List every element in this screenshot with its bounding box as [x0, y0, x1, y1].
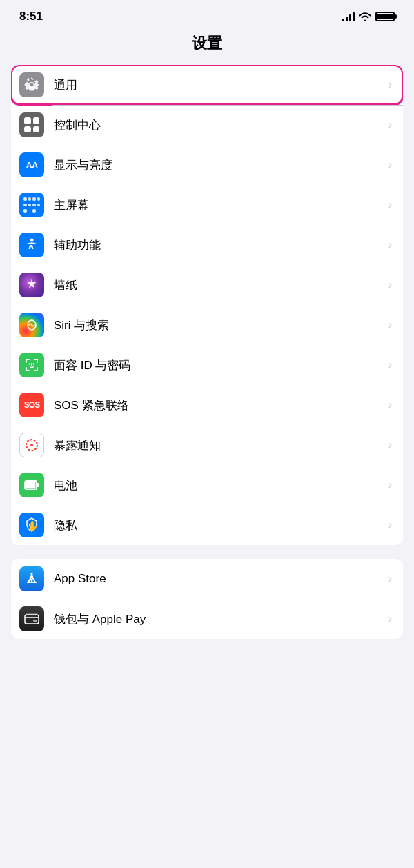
homescreen-icon	[19, 193, 44, 217]
battery-chevron: ›	[388, 479, 392, 491]
accessibility-chevron: ›	[388, 239, 392, 251]
status-icons	[342, 12, 395, 21]
wallet-chevron: ›	[388, 613, 392, 625]
settings-item-exposure[interactable]: 暴露通知 ›	[11, 425, 403, 465]
general-chevron: ›	[388, 79, 392, 91]
control-label: 控制中心	[54, 117, 388, 133]
homescreen-chevron: ›	[388, 199, 392, 211]
sos-icon: SOS	[19, 393, 44, 417]
wallet-icon	[19, 606, 44, 631]
wallet-label: 钱包与 Apple Pay	[54, 611, 388, 627]
appstore-label: App Store	[54, 572, 388, 586]
svg-rect-5	[37, 483, 39, 487]
settings-item-display[interactable]: AA 显示与亮度 ›	[11, 145, 403, 185]
page-title: 设置	[0, 28, 414, 65]
settings-item-homescreen[interactable]: 主屏幕 ›	[11, 185, 403, 225]
control-chevron: ›	[388, 119, 392, 131]
signal-icon	[342, 12, 355, 21]
settings-item-general[interactable]: 通用 ›	[11, 65, 403, 105]
svg-text:✋: ✋	[27, 520, 39, 532]
svg-rect-10	[33, 620, 37, 622]
settings-item-privacy[interactable]: ✋ 隐私 ›	[11, 505, 403, 545]
faceid-label: 面容 ID 与密码	[54, 357, 388, 373]
wallpaper-label: 墙纸	[54, 277, 388, 293]
settings-item-battery[interactable]: 电池 ›	[11, 465, 403, 505]
svg-rect-6	[26, 482, 36, 489]
display-chevron: ›	[388, 159, 392, 171]
homescreen-label: 主屏幕	[54, 197, 388, 213]
svg-point-0	[30, 239, 34, 242]
exposure-label: 暴露通知	[54, 437, 388, 453]
status-time: 8:51	[19, 10, 43, 23]
settings-item-accessibility[interactable]: 辅助功能 ›	[11, 225, 403, 265]
sos-label: SOS 紧急联络	[54, 397, 388, 413]
svg-point-8	[31, 573, 33, 575]
display-icon: AA	[19, 152, 44, 177]
settings-item-faceid[interactable]: 面容 ID 与密码 ›	[11, 345, 403, 385]
wallpaper-chevron: ›	[388, 279, 392, 291]
svg-point-3	[30, 444, 33, 446]
siri-label: Siri 与搜索	[54, 317, 388, 333]
general-label: 通用	[54, 77, 388, 93]
control-icon	[19, 112, 44, 137]
settings-item-siri[interactable]: Siri 与搜索 ›	[11, 305, 403, 345]
battery-icon	[375, 12, 395, 21]
svg-rect-9	[25, 615, 39, 624]
privacy-icon: ✋	[19, 513, 44, 537]
accessibility-icon	[19, 233, 44, 257]
settings-item-sos[interactable]: SOS SOS 紧急联络 ›	[11, 385, 403, 425]
sos-chevron: ›	[388, 399, 392, 411]
settings-item-appstore[interactable]: App Store ›	[11, 559, 403, 599]
display-label: 显示与亮度	[54, 157, 388, 173]
exposure-icon	[19, 433, 44, 457]
privacy-chevron: ›	[388, 519, 392, 531]
exposure-chevron: ›	[388, 439, 392, 451]
settings-item-wallet[interactable]: 钱包与 Apple Pay ›	[11, 599, 403, 639]
status-bar: 8:51	[0, 0, 414, 28]
appstore-icon	[19, 566, 44, 591]
faceid-chevron: ›	[388, 359, 392, 371]
faceid-icon	[19, 353, 44, 377]
main-settings-group: 通用 › 控制中心 › AA 显示与亮度 ›	[11, 65, 403, 545]
settings-item-wallpaper[interactable]: 墙纸 ›	[11, 265, 403, 305]
wifi-icon	[359, 12, 371, 21]
siri-icon	[19, 313, 44, 337]
privacy-label: 隐私	[54, 517, 388, 533]
appstore-chevron: ›	[388, 573, 392, 585]
battery-settings-icon	[19, 473, 44, 497]
accessibility-label: 辅助功能	[54, 237, 388, 253]
siri-chevron: ›	[388, 319, 392, 331]
wallpaper-icon	[19, 273, 44, 297]
settings-item-control[interactable]: 控制中心 ›	[11, 105, 403, 145]
gear-icon	[19, 72, 44, 97]
battery-label: 电池	[54, 477, 388, 493]
bottom-settings-group: App Store › 钱包与 Apple Pay ›	[11, 559, 403, 639]
